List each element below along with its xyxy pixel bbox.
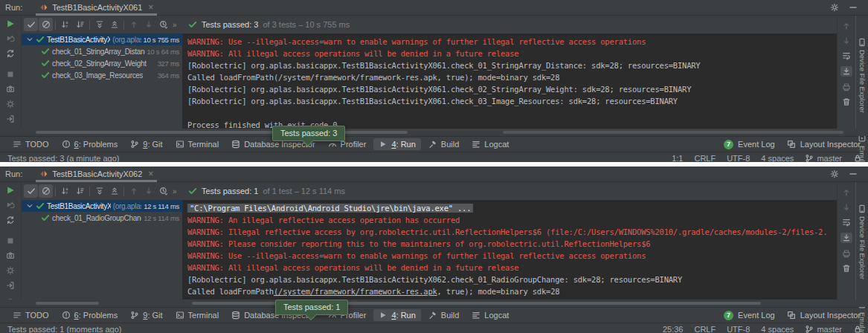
scrollbar-thumb[interactable] xyxy=(36,302,99,305)
indent-widget[interactable]: 4 spaces xyxy=(761,154,794,162)
lock-icon[interactable] xyxy=(853,154,862,162)
rerun-button[interactable] xyxy=(6,186,15,195)
scroll-to-end-button[interactable] xyxy=(840,66,852,77)
stop-button[interactable] xyxy=(6,236,15,245)
tool-window-button-6-problems[interactable]: 6: Problems xyxy=(57,138,123,150)
previous-occurrence-button[interactable] xyxy=(126,184,141,198)
rerun-failed-tests-button[interactable] xyxy=(6,201,15,210)
scroll-up-icon[interactable] xyxy=(842,188,851,197)
restore-layout-button[interactable] xyxy=(6,114,15,123)
test-row[interactable]: check_02_StringArray_Weight327 ms xyxy=(22,57,182,69)
tool-window-button-9-git[interactable]: 9: Git xyxy=(125,309,167,321)
tool-window-button-4-run[interactable]: 4: Run xyxy=(373,309,420,321)
scroll-down-icon[interactable] xyxy=(842,36,851,45)
tool-window-button-build[interactable]: Build xyxy=(423,138,464,150)
rerun-button[interactable] xyxy=(6,19,15,28)
rerun-failed-tests-button[interactable] xyxy=(6,34,15,43)
tool-window-button-logcat[interactable]: Logcat xyxy=(466,138,514,150)
test-suite-row[interactable]: TestB1BasicActivityX062 (org.aplas.t 12 … xyxy=(22,200,182,212)
scroll-up-icon[interactable] xyxy=(842,22,851,30)
lock-icon[interactable] xyxy=(853,325,862,333)
tool-window-button-logcat[interactable]: Logcat xyxy=(466,309,514,321)
caret-position-widget[interactable]: 25:36 xyxy=(663,325,684,333)
test-settings-button[interactable] xyxy=(6,266,15,275)
console-output[interactable]: WARNING: Use --illegal-access=warn to en… xyxy=(182,33,837,129)
tool-window-button-terminal[interactable]: Terminal xyxy=(170,309,225,321)
tool-window-button-todo[interactable]: TODO xyxy=(7,138,54,150)
sort-by-duration-button[interactable] xyxy=(73,184,87,198)
gear-icon[interactable] xyxy=(830,169,839,178)
soft-wrap-icon[interactable] xyxy=(842,51,851,60)
rerun-automatically-button[interactable] xyxy=(6,49,15,58)
hide-window-icon[interactable] xyxy=(849,169,858,178)
next-occurrence-button[interactable] xyxy=(141,18,155,31)
sort-alphabetically-button[interactable]: az xyxy=(58,184,72,198)
previous-occurrence-button[interactable] xyxy=(126,18,141,31)
tool-window-button-build[interactable]: Build xyxy=(423,309,464,321)
scrollbar-thumb[interactable] xyxy=(503,131,843,134)
close-icon[interactable]: × xyxy=(148,3,153,12)
run-tab[interactable]: TestB1BasicActivityX061 × xyxy=(34,0,158,15)
show-ignored-button[interactable] xyxy=(39,18,53,31)
expand-all-button[interactable] xyxy=(92,184,106,198)
close-icon[interactable]: × xyxy=(148,169,153,178)
collapse-all-button[interactable] xyxy=(107,184,121,198)
expand-all-button[interactable] xyxy=(92,18,106,31)
sort-alphabetically-button[interactable]: az xyxy=(58,18,72,31)
indent-widget[interactable]: 4 spaces xyxy=(761,325,794,333)
chevron-down-icon[interactable] xyxy=(26,36,33,43)
git-branch-widget[interactable]: master xyxy=(805,325,842,333)
test-suite-row[interactable]: TestB1BasicActivityX061 (org.aplas.t 10 … xyxy=(22,33,182,45)
screenshot-button[interactable] xyxy=(6,85,15,94)
chevron-down-icon[interactable] xyxy=(26,202,33,210)
show-passed-button[interactable] xyxy=(24,18,38,31)
line-separator-widget[interactable]: CRLF xyxy=(694,325,716,333)
tool-window-button-4-run[interactable]: 4: Run xyxy=(373,138,420,150)
scroll-down-icon[interactable] xyxy=(842,203,851,212)
clear-all-icon[interactable] xyxy=(842,264,851,273)
tool-window-button-bar: TODO6: Problems9: GitTerminalDatabase In… xyxy=(0,307,868,323)
event-log-button[interactable]: 7 Event Log xyxy=(724,311,775,320)
sort-by-duration-button[interactable] xyxy=(73,18,87,31)
next-occurrence-button[interactable] xyxy=(141,184,155,198)
show-passed-button[interactable] xyxy=(24,184,38,198)
caret-position-widget[interactable]: 1:1 xyxy=(672,154,683,162)
scroll-to-end-button[interactable] xyxy=(840,233,852,243)
test-history-button[interactable] xyxy=(156,184,170,198)
layout-inspector-button[interactable]: Layout Inspector xyxy=(787,311,861,320)
test-row[interactable]: check_03_Image_Resources364 ms xyxy=(22,69,182,81)
gear-icon[interactable] xyxy=(830,3,839,12)
collapse-all-button[interactable] xyxy=(107,18,121,31)
device-file-explorer-button[interactable]: Device File Explorer xyxy=(858,204,867,279)
test-row[interactable]: check_01_StringArray_Distance10 s 64 ms xyxy=(22,45,182,57)
toolbar-more-chevron[interactable]: » xyxy=(173,21,177,29)
scrollbar-thumb[interactable] xyxy=(36,131,408,134)
soft-wrap-icon[interactable] xyxy=(842,218,851,227)
test-history-button[interactable] xyxy=(156,18,170,31)
device-file-explorer-button[interactable]: Device File Explorer xyxy=(858,38,867,113)
line-separator-widget[interactable]: CRLF xyxy=(694,154,716,162)
clear-all-icon[interactable] xyxy=(842,97,851,106)
layout-inspector-button[interactable]: Layout Inspector xyxy=(787,140,861,149)
test-settings-button[interactable] xyxy=(6,100,15,109)
encoding-widget[interactable]: UTF-8 xyxy=(727,154,750,162)
test-row[interactable]: check_01_RadioGroupChange12 s 114 ms xyxy=(22,212,182,224)
tool-window-button-9-git[interactable]: 9: Git xyxy=(125,138,167,150)
tool-window-button-6-problems[interactable]: 6: Problems xyxy=(57,309,123,321)
encoding-widget[interactable]: UTF-8 xyxy=(727,325,750,333)
screenshot-button[interactable] xyxy=(6,251,15,260)
console-output[interactable]: "C:\Program Files\Android\Android Studio… xyxy=(182,200,837,300)
run-tab[interactable]: TestB1BasicActivityX062 × xyxy=(34,166,158,181)
tool-window-button-terminal[interactable]: Terminal xyxy=(170,138,225,150)
print-icon[interactable] xyxy=(842,83,851,91)
toolbar-more-chevron[interactable]: » xyxy=(173,187,177,195)
restore-layout-button[interactable] xyxy=(6,281,15,290)
rerun-automatically-button[interactable] xyxy=(6,216,15,224)
stop-button[interactable] xyxy=(6,70,15,79)
print-icon[interactable] xyxy=(842,249,851,258)
hide-window-icon[interactable] xyxy=(849,3,858,12)
git-branch-widget[interactable]: master xyxy=(805,154,842,162)
show-ignored-button[interactable] xyxy=(39,184,53,198)
tool-window-button-todo[interactable]: TODO xyxy=(7,309,54,321)
event-log-button[interactable]: 7 Event Log xyxy=(724,140,775,149)
